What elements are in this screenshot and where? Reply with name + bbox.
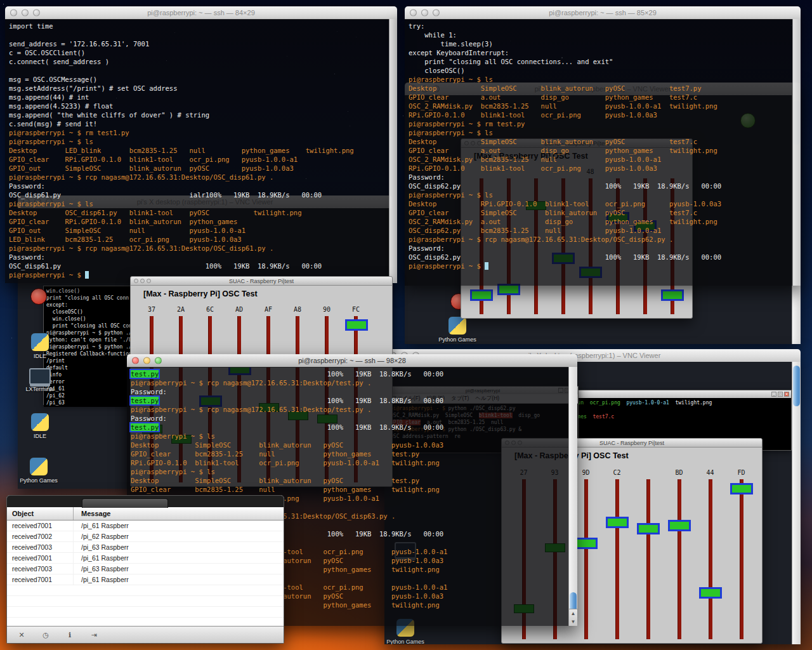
desktop-icon-debian[interactable] <box>18 288 60 305</box>
slider-track[interactable] <box>678 479 681 639</box>
close-button[interactable] <box>410 10 417 17</box>
zoom-button[interactable] <box>155 357 162 364</box>
terminal-line: pi@raspberrypi ~ $ ls <box>9 199 386 208</box>
terminal-line: Desktop RPi.GPIO-0.1.0 blink1-tool ocr_p… <box>409 199 789 208</box>
desktop-icon-python-games[interactable]: Python Games <box>436 316 478 343</box>
terminal-line: RPi.GPIO-0.1.0 blink1-tool ocr_pi.png py… <box>131 458 566 467</box>
terminal-line: RPi.GPIO-0.1.0 blink1-tool ocr_pi.png py… <box>409 164 789 173</box>
desktop-icon-idle2[interactable]: IDLE <box>19 413 61 440</box>
terminal-output[interactable]: import time send_address = '172.16.65.31… <box>5 19 397 283</box>
slider-handle[interactable] <box>575 538 598 549</box>
monitor-row[interactable]: received7003/pi_63 Raspberr <box>7 542 284 553</box>
desktop-icon-python-games[interactable]: Python Games <box>18 457 60 484</box>
column-header-message[interactable]: Message <box>74 510 284 517</box>
vnc-right2-scrollbar[interactable] <box>792 362 801 644</box>
slider-handle[interactable] <box>637 523 660 534</box>
slider-track[interactable] <box>646 479 650 639</box>
desktop-icon-idle[interactable]: IDLE <box>19 333 61 360</box>
term1-titlebar[interactable]: pi@raspberrypi: ~ — ssh — 84×29 <box>5 6 397 20</box>
monitor-row[interactable]: received7001/pi_61 Raspberr <box>7 574 284 585</box>
slider-handle[interactable] <box>730 483 753 494</box>
terminal-line: Desktop SimpleOSC blink_autorun pyOSC te… <box>131 476 566 485</box>
clock-icon[interactable]: ◷ <box>40 630 51 640</box>
slider-handle[interactable] <box>470 289 493 301</box>
remote-terminal-output[interactable]: nk1_autorun ocr_pi.png pyusb-1.0-0-a1 tw… <box>547 398 791 444</box>
terminal-output[interactable]: try: while 1: time.sleep(3)except Keyboa… <box>405 19 801 286</box>
zoom-button[interactable] <box>147 279 151 283</box>
remote-terminal-titlebar[interactable]: _ □ ✕ <box>547 390 791 398</box>
term3-titlebar[interactable]: pi@raspberrypi: ~ — ssh — 98×28 <box>127 354 577 368</box>
monitor-row[interactable]: received7001/pi_61 Raspberr <box>7 553 284 564</box>
info-icon[interactable]: ℹ <box>64 630 75 640</box>
terminal-line: nk1_autorun ocr_pi.png pyusb-1.0-0-a1 tw… <box>550 399 789 406</box>
slider-handle[interactable] <box>661 289 684 301</box>
terminal-line: Password: <box>9 253 386 262</box>
term1-scrollbar[interactable] <box>389 19 397 283</box>
slider-track[interactable] <box>709 479 712 639</box>
slider-track[interactable] <box>615 479 619 639</box>
scrollbar-arrows[interactable]: ▲▼ <box>569 609 577 626</box>
maximize-button[interactable]: □ <box>778 392 783 397</box>
star <box>403 116 403 116</box>
close-button[interactable] <box>132 357 139 364</box>
minimize-button[interactable]: _ <box>771 392 776 397</box>
terminal-line: msg.setAddress("/print") # set OSC addre… <box>9 84 386 93</box>
terminal-line: pi@raspberrypi ~ $ rcp nagasm@172.16.65.… <box>9 173 386 182</box>
monitor-row[interactable]: received7003/pi_63 Raspberr <box>7 564 284 574</box>
object-cell: received7002 <box>7 531 74 541</box>
slider-handle[interactable] <box>497 284 520 295</box>
minimize-button[interactable] <box>22 10 29 17</box>
minimize-button[interactable] <box>421 10 428 17</box>
object-cell: received7003 <box>7 542 74 552</box>
python-icon <box>29 457 48 476</box>
slider-handle[interactable] <box>668 520 691 531</box>
terminal-line: pi@raspberrypi ~ $ rcp nagasm@172.16.65.… <box>131 405 566 414</box>
terminal-line: pi@raspberrypi ~ $ ls <box>9 137 386 146</box>
column-header-object[interactable]: Object <box>7 507 74 520</box>
minimize-button[interactable] <box>143 357 150 364</box>
osc-slider: BD <box>664 469 695 639</box>
slider-value-label: FD <box>737 469 745 478</box>
slider-handle[interactable] <box>699 587 722 599</box>
term3-scrollbar[interactable]: ▲▼ <box>568 367 577 626</box>
monitor-tab[interactable] <box>82 498 168 508</box>
close-button[interactable]: ✕ <box>784 392 789 397</box>
zoom-button[interactable] <box>433 10 440 17</box>
monitor-row[interactable]: received7002/pi_62 Raspberr <box>7 531 284 542</box>
close-icon[interactable]: ✕ <box>16 630 27 640</box>
window-controls[interactable] <box>134 279 151 283</box>
slider-track[interactable] <box>740 479 743 639</box>
minimize-button[interactable] <box>140 279 145 283</box>
debian-icon <box>30 288 47 305</box>
slider-value-label: A8 <box>294 306 301 315</box>
arrow-icon[interactable]: ⇥ <box>88 630 100 640</box>
terminal-line: Desktop LED_blink bcm2835-1.25 null pyth… <box>9 146 386 155</box>
terminal-line: Password: <box>9 182 386 190</box>
message-cell: /pi_61 Raspberr <box>74 522 284 529</box>
term2-titlebar[interactable]: pi@raspberrypi: ~ — ssh — 85×29 <box>405 6 801 20</box>
slider-handle[interactable] <box>606 517 629 528</box>
window-controls[interactable] <box>410 10 440 17</box>
message-cell: /pi_63 Raspberr <box>74 543 284 551</box>
terminal-line: pi@raspberrypi ~ $ <box>409 262 789 270</box>
scrollbar-thumb[interactable] <box>793 366 800 406</box>
window-controls[interactable] <box>132 357 162 364</box>
close-button[interactable] <box>134 279 138 283</box>
slider-handle[interactable] <box>345 319 368 331</box>
term2-scrollbar[interactable] <box>792 19 801 286</box>
icon-label: IDLE <box>34 433 46 439</box>
close-button[interactable] <box>10 10 17 17</box>
zoom-button[interactable] <box>33 10 40 17</box>
terminal-line: GPIO_out SimpleOSC null pyusb-1.0.0-a1 <box>9 226 386 235</box>
terminal-line: msg.append(44) # int <box>9 93 386 102</box>
osc-a-titlebar[interactable]: SUAC - Raspberry Pi|test <box>131 277 392 286</box>
remote-window-buttons[interactable]: _ □ ✕ <box>771 392 789 397</box>
window-controls[interactable] <box>10 10 40 17</box>
terminal-line: OSC_disp61.py ialr100% 19KB 18.9KB/s 00:… <box>9 190 386 199</box>
terminal-line: pi@raspberrypi ~ $ ls <box>131 432 566 441</box>
monitor-row[interactable]: received7001/pi_61 Raspberr <box>7 521 284 531</box>
desktop-icon-lxterminal[interactable]: LXTerminal <box>19 368 61 393</box>
terminal-line: msg.append( "the white cliffs of dover" … <box>9 110 386 119</box>
slider-track[interactable] <box>584 479 588 639</box>
terminal-line: try: <box>409 22 789 30</box>
